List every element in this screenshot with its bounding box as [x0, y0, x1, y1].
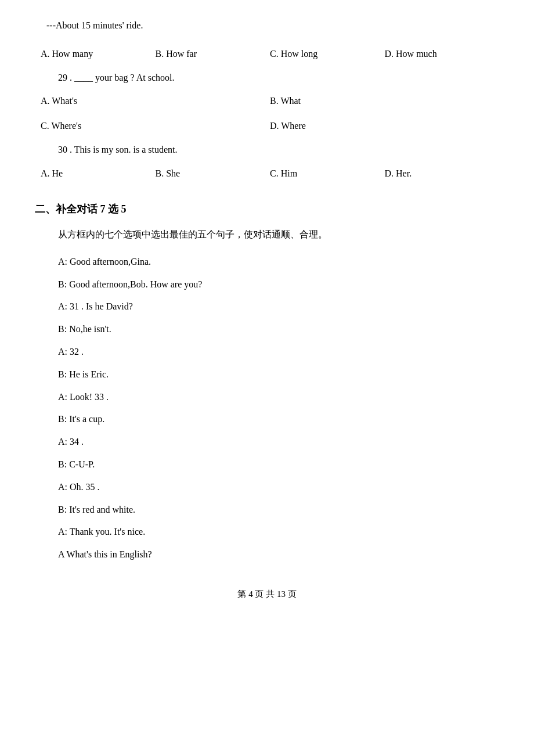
dialog-note-a: A What's this in English?	[35, 546, 499, 563]
q29-options-row1: A. What's B. What	[35, 92, 499, 111]
dialog-text-1: Good afternoon,Gina.	[70, 257, 151, 267]
q29-stem: 29 . ____ your bag ? At school.	[35, 70, 499, 87]
dialog-line-12: B: It's red and white.	[35, 502, 499, 519]
q29-option-a: A. What's	[41, 92, 270, 111]
dialog-text-8: It's a cup.	[69, 414, 104, 424]
q30-stem: 30 . This is my son. is a student.	[35, 142, 499, 159]
dialog-speaker-11: A	[58, 482, 65, 492]
q28-options: A. How many B. How far C. How long D. Ho…	[35, 45, 499, 64]
dialog-line-7: A: Look! 33 .	[35, 389, 499, 406]
dialog-line-8: B: It's a cup.	[35, 411, 499, 428]
dialog-line-10: B: C-U-P.	[35, 456, 499, 473]
dialog-text-4: No,he isn't.	[69, 324, 111, 334]
dialog-text-6: He is Eric.	[69, 369, 109, 379]
q30-option-c: C. Him	[270, 164, 385, 183]
dialog-speaker-13: A	[58, 527, 65, 537]
dialog-text-12: It's red and white.	[69, 505, 135, 514]
intro-line: ---About 15 minutes' ride.	[35, 17, 499, 34]
dialog-text-9: 34 .	[70, 437, 84, 447]
dialog-speaker-2: B	[58, 279, 64, 289]
q29-options-row2: C. Where's D. Where	[35, 117, 499, 136]
dialog-line-11: A: Oh. 35 .	[35, 479, 499, 496]
dialog-line-2: B: Good afternoon,Bob. How are you?	[35, 276, 499, 293]
dialog-speaker-4: B	[58, 324, 64, 334]
dialog-text-5: 32 .	[70, 347, 84, 357]
q28-option-b: B. How far	[156, 45, 270, 64]
dialog-speaker-1: A	[58, 257, 65, 267]
dialog-text-3: 31 . Is he David?	[70, 301, 133, 311]
dialog-line-9: A: 34 .	[35, 434, 499, 451]
dialog-speaker-8: B	[58, 414, 64, 424]
dialog-line-13: A: Thank you. It's nice.	[35, 524, 499, 541]
q29-option-d: D. Where	[270, 117, 499, 136]
q30-option-a: A. He	[41, 164, 156, 183]
page-footer: 第 4 页 共 13 页	[35, 586, 499, 602]
dialog-speaker-10: B	[58, 459, 64, 469]
dialog-text-7: Look! 33 .	[70, 392, 109, 402]
q28-option-c: C. How long	[270, 45, 385, 64]
dialog-line-5: A: 32 .	[35, 344, 499, 361]
section2-desc: 从方框内的七个选项中选出最佳的五个句子，使对话通顺、合理。	[35, 226, 499, 243]
dialog-text-13: Thank you. It's nice.	[70, 527, 145, 537]
q28-option-d: D. How much	[385, 45, 500, 64]
q30-options: A. He B. She C. Him D. Her.	[35, 164, 499, 183]
dialog-speaker-3: A	[58, 301, 65, 311]
section2-title: 二、补全对话 7 选 5	[35, 200, 499, 218]
dialog-speaker-9: A	[58, 437, 65, 447]
dialog-line-6: B: He is Eric.	[35, 366, 499, 383]
q29-option-c: C. Where's	[41, 117, 270, 136]
dialog-line-3: A: 31 . Is he David?	[35, 298, 499, 315]
q30-option-d: D. Her.	[385, 164, 500, 183]
dialog-text-10: C-U-P.	[69, 459, 95, 469]
dialog-text-11: Oh. 35 .	[70, 482, 100, 492]
dialog-speaker-12: B	[58, 505, 64, 514]
dialog-line-1: A: Good afternoon,Gina.	[35, 254, 499, 271]
dialog-line-4: B: No,he isn't.	[35, 321, 499, 338]
dialog-speaker-6: B	[58, 369, 64, 379]
dialog-text-2: Good afternoon,Bob. How are you?	[69, 279, 202, 289]
q29-option-b: B. What	[270, 92, 499, 111]
dialog-speaker-5: A	[58, 347, 65, 357]
q30-option-b: B. She	[156, 164, 270, 183]
q28-option-a: A. How many	[41, 45, 156, 64]
dialog-speaker-7: A	[58, 392, 65, 402]
